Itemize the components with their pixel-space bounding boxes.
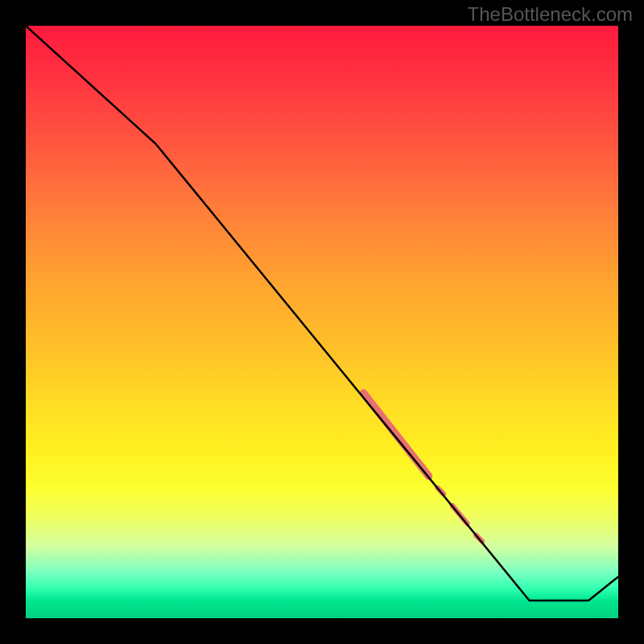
watermark-text: TheBottleneck.com	[468, 3, 633, 26]
highlight-segment	[364, 393, 429, 476]
highlight-segments	[364, 393, 482, 541]
chart-svg	[26, 26, 618, 618]
chart-area	[26, 26, 618, 618]
main-curve	[26, 26, 618, 601]
